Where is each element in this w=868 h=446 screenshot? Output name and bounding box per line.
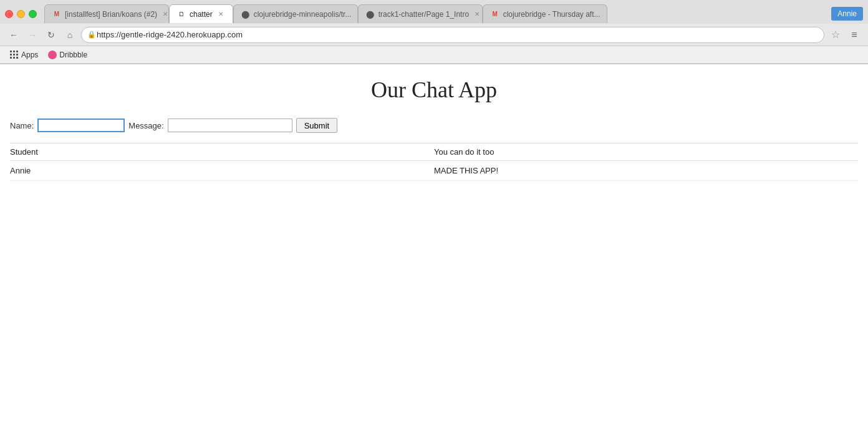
tab-github-clojure-label: clojurebridge-minneapolis/tr... xyxy=(254,10,352,19)
table-row: AnnieMADE THIS APP! xyxy=(10,161,858,181)
tab-chatter[interactable]: 🗋 chatter ✕ xyxy=(169,4,233,23)
ssl-lock-icon: 🔒 xyxy=(87,31,96,39)
maximize-button[interactable] xyxy=(29,10,37,18)
bookmark-dribbble-label: Dribbble xyxy=(59,51,87,59)
home-button[interactable]: ⌂ xyxy=(62,27,77,42)
tab-github-track-close[interactable]: ✕ xyxy=(473,10,481,19)
tab-gmail-close[interactable]: ✕ xyxy=(161,10,169,19)
back-button[interactable]: ← xyxy=(6,27,21,42)
minimize-button[interactable] xyxy=(17,10,25,18)
gmail2-favicon: M xyxy=(491,10,499,19)
github-track-favicon: ⬤ xyxy=(366,10,375,19)
tab-gmail2-label: clojurebridge - Thursday aft... xyxy=(503,10,600,19)
col-student-header: Student xyxy=(10,143,434,161)
tab-chatter-close[interactable]: ✕ xyxy=(216,10,225,19)
table-header-row: Student You can do it too xyxy=(10,143,858,161)
dribbble-icon xyxy=(48,51,57,59)
menu-button[interactable]: ≡ xyxy=(847,27,862,42)
bookmarks-bar: Apps Dribbble xyxy=(0,46,868,64)
submit-button[interactable]: Submit xyxy=(296,118,337,133)
tab-github-track[interactable]: ⬤ track1-chatter/Page 1_Intro ✕ xyxy=(358,4,483,23)
window-controls xyxy=(5,10,37,18)
browser-chrome: M [installfest] Brian/koans (#2) ✕ 🗋 cha… xyxy=(0,0,868,64)
github-clojure-favicon: ⬤ xyxy=(241,10,250,19)
name-input[interactable] xyxy=(37,119,125,132)
bookmark-dribbble[interactable]: Dribbble xyxy=(44,49,91,61)
chat-form: Name: Message: Submit xyxy=(10,118,858,133)
message-label: Message: xyxy=(128,121,163,130)
name-label: Name: xyxy=(10,121,34,130)
tab-chatter-label: chatter xyxy=(190,10,213,19)
tab-github-clojure[interactable]: ⬤ clojurebridge-minneapolis/tr... ✕ xyxy=(233,4,358,23)
tab-github-track-label: track1-chatter/Page 1_Intro xyxy=(379,10,469,19)
page-content: Our Chat App Name: Message: Submit Stude… xyxy=(0,64,868,446)
col-message-header: You can do it too xyxy=(434,143,858,161)
student-cell: Annie xyxy=(10,161,434,181)
chat-table-body: AnnieMADE THIS APP! xyxy=(10,161,858,181)
tab-gmail2-close[interactable]: ✕ xyxy=(604,10,607,19)
apps-grid-icon xyxy=(10,51,19,59)
bookmark-apps-label: Apps xyxy=(21,51,38,59)
message-input[interactable] xyxy=(168,119,292,132)
tab-gmail[interactable]: M [installfest] Brian/koans (#2) ✕ xyxy=(44,4,169,23)
tabs-bar: M [installfest] Brian/koans (#2) ✕ 🗋 cha… xyxy=(44,4,831,23)
url-bar-wrapper: 🔒 xyxy=(81,27,824,43)
bookmark-apps[interactable]: Apps xyxy=(6,49,42,61)
page-title: Our Chat App xyxy=(10,77,858,103)
chatter-favicon: 🗋 xyxy=(177,10,186,19)
title-bar: M [installfest] Brian/koans (#2) ✕ 🗋 cha… xyxy=(0,0,868,24)
close-button[interactable] xyxy=(5,10,13,18)
chat-table: Student You can do it too AnnieMADE THIS… xyxy=(10,143,858,181)
tab-gmail-label: [installfest] Brian/koans (#2) xyxy=(65,10,157,19)
forward-button[interactable]: → xyxy=(25,27,40,42)
tab-gmail2[interactable]: M clojurebridge - Thursday aft... ✕ xyxy=(483,4,607,23)
address-bar: ← → ↻ ⌂ 🔒 ☆ ≡ xyxy=(0,24,868,46)
user-avatar-button[interactable]: Annie xyxy=(831,7,863,21)
bookmark-star-button[interactable]: ☆ xyxy=(828,27,843,42)
message-cell: MADE THIS APP! xyxy=(434,161,858,181)
reload-button[interactable]: ↻ xyxy=(44,27,59,42)
gmail-favicon: M xyxy=(52,10,61,19)
url-input[interactable] xyxy=(81,27,824,43)
